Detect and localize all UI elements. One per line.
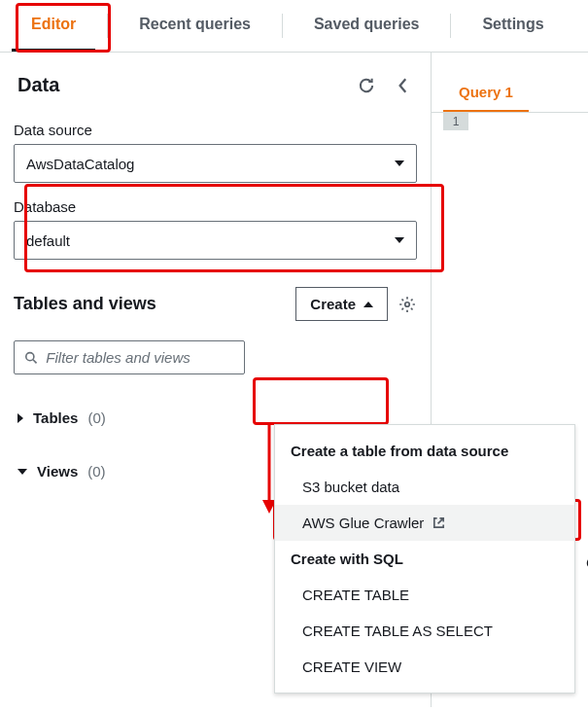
data-source-value: AwsDataCatalog bbox=[26, 156, 134, 172]
database-select[interactable]: default bbox=[14, 221, 417, 260]
views-label: Views bbox=[37, 463, 78, 480]
menu-header-sql: Create with SQL bbox=[275, 541, 574, 577]
tab-settings[interactable]: Settings bbox=[463, 0, 563, 52]
database-field: Database default bbox=[14, 198, 417, 260]
chevron-right-icon bbox=[17, 413, 23, 423]
data-panel: Data Data source AwsDataCatalog Database… bbox=[0, 53, 432, 707]
editor-gutter: 1 bbox=[432, 113, 588, 130]
menu-item-create-view[interactable]: CREATE VIEW bbox=[275, 649, 574, 685]
search-icon bbox=[24, 350, 38, 366]
menu-item-s3-bucket[interactable]: S3 bucket data bbox=[275, 469, 574, 505]
tables-views-actions: Create bbox=[295, 287, 417, 321]
panel-action-icons bbox=[357, 76, 413, 95]
database-value: default bbox=[26, 232, 70, 249]
tables-views-title: Tables and views bbox=[14, 294, 156, 314]
menu-header-data-source: Create a table from data source bbox=[275, 433, 574, 469]
main-area: Data Data source AwsDataCatalog Database… bbox=[0, 53, 588, 707]
data-source-field: Data source AwsDataCatalog bbox=[14, 122, 417, 183]
create-button-label: Create bbox=[310, 296, 356, 312]
refresh-icon[interactable] bbox=[357, 76, 376, 95]
external-link-icon bbox=[432, 515, 446, 530]
views-count: (0) bbox=[87, 463, 105, 480]
tab-separator bbox=[282, 14, 283, 38]
tab-editor[interactable]: Editor bbox=[12, 0, 95, 52]
menu-item-create-table[interactable]: CREATE TABLE bbox=[275, 577, 574, 613]
query-tabs: Query 1 bbox=[432, 53, 588, 113]
chevron-down-icon bbox=[395, 237, 404, 243]
create-dropdown-menu: Create a table from data source S3 bucke… bbox=[274, 424, 575, 693]
tab-separator bbox=[107, 14, 108, 38]
data-source-label: Data source bbox=[14, 122, 417, 138]
filter-box[interactable] bbox=[14, 340, 245, 374]
collapse-icon[interactable] bbox=[394, 76, 413, 95]
create-button[interactable]: Create bbox=[295, 287, 388, 321]
chevron-down-icon bbox=[17, 469, 27, 475]
tables-label: Tables bbox=[33, 409, 78, 426]
filter-input[interactable] bbox=[46, 349, 234, 366]
line-number: 1 bbox=[443, 113, 468, 130]
svg-point-1 bbox=[26, 352, 34, 360]
query-tab-1[interactable]: Query 1 bbox=[443, 74, 529, 112]
database-label: Database bbox=[14, 198, 417, 215]
menu-item-glue-crawler[interactable]: AWS Glue Crawler bbox=[275, 505, 574, 541]
tab-saved-queries[interactable]: Saved queries bbox=[294, 0, 439, 52]
data-panel-header: Data bbox=[14, 74, 417, 96]
data-panel-title: Data bbox=[17, 74, 59, 96]
svg-point-0 bbox=[405, 302, 410, 306]
tab-recent-queries[interactable]: Recent queries bbox=[120, 0, 270, 52]
menu-item-create-table-as-select[interactable]: CREATE TABLE AS SELECT bbox=[275, 613, 574, 649]
tables-views-header: Tables and views Create bbox=[14, 287, 417, 321]
tables-count: (0) bbox=[87, 409, 105, 426]
top-navigation: Editor Recent queries Saved queries Sett… bbox=[0, 0, 588, 53]
chevron-up-icon bbox=[363, 302, 373, 307]
tab-separator bbox=[450, 14, 451, 38]
data-source-select[interactable]: AwsDataCatalog bbox=[14, 144, 417, 183]
gear-icon[interactable] bbox=[398, 295, 417, 314]
menu-item-glue-crawler-label: AWS Glue Crawler bbox=[302, 515, 424, 531]
chevron-down-icon bbox=[395, 160, 404, 166]
